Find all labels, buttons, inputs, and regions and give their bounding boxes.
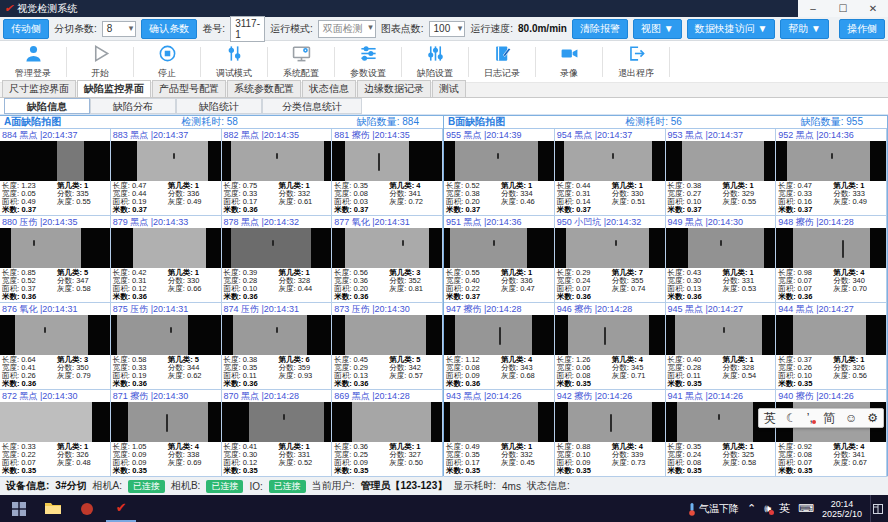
start-button[interactable]: 开始	[67, 41, 133, 83]
defect-cell[interactable]: 877 氧化 |20:14:31 长度: 0.56 宽度: 0.36 面积: 0…	[332, 216, 443, 303]
defect-cell[interactable]: 942 擦伤 |20:14:26 长度: 0.88 宽度: 0.10 面积: 0…	[555, 390, 666, 477]
ime-emoji-icon[interactable]: ☺	[845, 411, 857, 425]
defect-meter: 米数: 0.36	[446, 380, 501, 388]
defect-meter: 米数: 0.37	[2, 206, 57, 214]
minimize-button[interactable]: –	[798, 0, 828, 17]
defect-cell[interactable]: 949 黑点 |20:14:30 长度: 0.43 宽度: 0.30 面积: 0…	[666, 216, 777, 303]
defect-cell[interactable]: 870 黑点 |20:14:28 长度: 0.41 宽度: 0.30 面积: 0…	[222, 390, 333, 477]
operator-side-button[interactable]: 操作侧	[839, 19, 885, 39]
defect-cell[interactable]: 954 黑点 |20:14:37 长度: 0.44 宽度: 0.31 面积: 0…	[555, 129, 666, 216]
defect-cell[interactable]: 955 黑点 |20:14:39 长度: 0.52 宽度: 0.38 面积: 0…	[444, 129, 555, 216]
defect-gray: 灰度: 0.46	[501, 198, 552, 206]
defect-image	[444, 228, 554, 268]
defect-cell[interactable]: 882 黑点 |20:14:35 长度: 0.75 宽度: 0.33 面积: 0…	[222, 129, 333, 216]
drive-side-button[interactable]: 传动侧	[3, 19, 49, 39]
defect-cell[interactable]: 947 擦伤 |20:14:28 长度: 1.12 宽度: 0.08 面积: 0…	[444, 303, 555, 390]
defect-details: 长度: 0.39 宽度: 0.28 面积: 0.10 米数: 0.36 第几类:…	[222, 268, 332, 302]
tray-expand-icon[interactable]: ⌃	[747, 502, 756, 515]
slit-count-dropdown[interactable]: 8	[102, 21, 137, 37]
defect-cell[interactable]: 953 黑点 |20:14:37 长度: 0.38 宽度: 0.27 面积: 0…	[666, 129, 777, 216]
defect-cell[interactable]: 943 黑点 |20:14:26 长度: 0.49 宽度: 0.35 面积: 0…	[444, 390, 555, 477]
defect-cell[interactable]: 884 黑点 |20:14:37 长度: 1.23 宽度: 0.05 面积: 0…	[0, 129, 111, 216]
record-video-button[interactable]: 录像	[536, 41, 602, 83]
defect-cell[interactable]: 873 压伤 |20:14:30 长度: 0.45 宽度: 0.29 面积: 0…	[332, 303, 443, 390]
defect-cell[interactable]: 875 压伤 |20:14:31 长度: 0.58 宽度: 0.33 面积: 0…	[111, 303, 222, 390]
defect-settings-button[interactable]: 缺陷设置	[402, 41, 468, 83]
titlebar: ✔ 视觉检测系统 – ☐ ✕	[0, 0, 888, 17]
run-mode-dropdown[interactable]: 双面检测	[318, 20, 376, 38]
volume-icon[interactable]: 🕪	[764, 502, 771, 515]
log-record-button[interactable]: 日志记录	[469, 41, 535, 83]
ime-keyboard-icon[interactable]: ⌨	[798, 502, 814, 515]
taskbar-app-icon-1[interactable]	[72, 495, 102, 522]
defect-cell[interactable]: 940 擦伤 |20:14:26 长度: 0.92 宽度: 0.08 面积: 0…	[776, 390, 887, 477]
defect-details: 长度: 1.12 宽度: 0.08 面积: 0.09 米数: 0.36 第几类:…	[444, 355, 554, 389]
defect-cell[interactable]: 945 黑点 |20:14:27 长度: 0.40 宽度: 0.28 面积: 0…	[666, 303, 777, 390]
roll-no-input[interactable]: 3117-1	[230, 16, 265, 42]
defect-cell[interactable]: 946 擦伤 |20:14:28 长度: 1.26 宽度: 0.06 面积: 0…	[555, 303, 666, 390]
debug-mode-button[interactable]: 调试模式	[201, 41, 267, 83]
defect-cell[interactable]: 951 黑点 |20:14:36 长度: 0.55 宽度: 0.40 面积: 0…	[444, 216, 555, 303]
tab-system-param-config[interactable]: 系统参数配置	[227, 80, 301, 97]
defect-cell[interactable]: 941 黑点 |20:14:26 长度: 0.35 宽度: 0.24 面积: 0…	[666, 390, 777, 477]
ime-moon-icon[interactable]: ☾	[786, 411, 797, 425]
defect-cell[interactable]: 872 黑点 |20:14:30 长度: 0.33 宽度: 0.22 面积: 0…	[0, 390, 111, 477]
tab-size-monitor[interactable]: 尺寸监控界面	[2, 80, 76, 97]
view-menu-button[interactable]: 视图 ▼	[633, 19, 682, 39]
weather-widget[interactable]: 气温下降	[688, 502, 739, 516]
file-explorer-icon[interactable]	[38, 495, 68, 522]
ime-settings-gear-icon[interactable]: ⚙	[867, 411, 878, 425]
defect-image	[0, 315, 110, 355]
tab-edge-data-record[interactable]: 边缘数据记录	[357, 80, 431, 97]
defect-cell[interactable]: 948 擦伤 |20:14:28 长度: 0.98 宽度: 0.07 面积: 0…	[776, 216, 887, 303]
defect-mark	[44, 327, 46, 333]
subtab-defect-info[interactable]: 缺陷信息	[4, 98, 90, 114]
tab-test[interactable]: 测试	[432, 80, 466, 97]
defect-cell[interactable]: 871 擦伤 |20:14:30 长度: 1.05 宽度: 0.09 面积: 0…	[111, 390, 222, 477]
notification-center-icon[interactable]	[870, 495, 884, 522]
defect-cell[interactable]: 879 黑点 |20:14:33 长度: 0.42 宽度: 0.31 面积: 0…	[111, 216, 222, 303]
taskbar-clock[interactable]: 20:14 2025/2/10	[822, 499, 862, 519]
param-settings-button[interactable]: 参数设置	[335, 41, 401, 83]
stop-button[interactable]: 停止	[134, 41, 200, 83]
admin-login-button[interactable]: 管理登录	[0, 41, 66, 83]
defect-cell[interactable]: 881 擦伤 |20:14:35 长度: 0.35 宽度: 0.08 面积: 0…	[332, 129, 443, 216]
defect-cell[interactable]: 950 小凹坑 |20:14:32 长度: 0.29 宽度: 0.24 面积: …	[555, 216, 666, 303]
tab-product-model-config[interactable]: 产品型号配置	[152, 80, 226, 97]
clear-alarm-button[interactable]: 清除报警	[572, 19, 628, 39]
subtab-defect-stats[interactable]: 缺陷统计	[176, 98, 262, 114]
maximize-button[interactable]: ☐	[828, 0, 858, 17]
defect-cell[interactable]: 880 压伤 |20:14:35 长度: 0.85 宽度: 0.52 面积: 0…	[0, 216, 111, 303]
defect-cell-header: 882 黑点 |20:14:35	[222, 129, 332, 141]
defect-cell[interactable]: 869 黑点 |20:14:28 长度: 0.36 宽度: 0.25 面积: 0…	[332, 390, 443, 477]
chart-points-dropdown[interactable]: 100	[429, 21, 466, 37]
defect-cell[interactable]: 878 黑点 |20:14:32 长度: 0.39 宽度: 0.28 面积: 0…	[222, 216, 333, 303]
tab-defect-monitor[interactable]: 缺陷监控界面	[77, 80, 151, 97]
system-config-button[interactable]: 系统配置	[268, 41, 334, 83]
defect-meter: 米数: 0.36	[557, 293, 612, 301]
ime-punct-toggle[interactable]: ’,	[807, 411, 813, 425]
subtab-class-info-stats[interactable]: 分类信息统计	[262, 98, 362, 114]
panel-b-count-label: 缺陷数量:	[801, 116, 844, 127]
start-menu-button[interactable]	[4, 495, 34, 522]
input-language-indicator[interactable]: 英	[779, 501, 790, 516]
defect-cell[interactable]: 874 压伤 |20:14:31 长度: 0.38 宽度: 0.35 面积: 0…	[222, 303, 333, 390]
defect-cell-header: 875 压伤 |20:14:31	[111, 303, 221, 315]
monitor-gear-icon	[292, 44, 311, 65]
defect-gray: 灰度: 0.58	[57, 285, 108, 293]
defect-cell[interactable]: 952 黑点 |20:14:36 长度: 0.47 宽度: 0.33 面积: 0…	[776, 129, 887, 216]
close-button[interactable]: ✕	[858, 0, 888, 17]
defect-cell[interactable]: 883 黑点 |20:14:37 长度: 0.47 宽度: 0.44 面积: 0…	[111, 129, 222, 216]
taskbar-app-icon-2[interactable]: ✔	[106, 495, 136, 522]
defect-cell[interactable]: 876 氧化 |20:14:31 长度: 0.64 宽度: 0.41 面积: 0…	[0, 303, 111, 390]
data-quick-access-button[interactable]: 数据快捷访问 ▼	[687, 19, 776, 39]
panel-a-time-value: 58	[227, 116, 238, 127]
confirm-count-button[interactable]: 确认条数	[141, 19, 197, 39]
subtab-defect-distribution[interactable]: 缺陷分布	[90, 98, 176, 114]
ime-lang-toggle[interactable]: 英	[764, 410, 776, 427]
defect-cell[interactable]: 944 黑点 |20:14:27 长度: 0.37 宽度: 0.26 面积: 0…	[776, 303, 887, 390]
exit-program-button[interactable]: 退出程序	[603, 41, 669, 83]
help-menu-button[interactable]: 帮助 ▼	[780, 19, 829, 39]
tab-status-info[interactable]: 状态信息	[302, 80, 356, 97]
ime-simplified-toggle[interactable]: 简	[823, 410, 835, 427]
